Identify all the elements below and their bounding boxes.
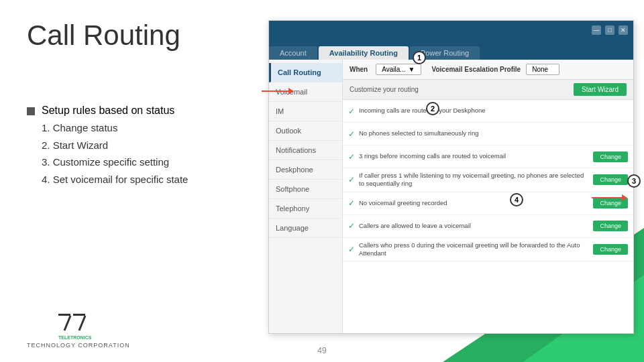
- annotation-4: 4: [510, 193, 523, 206]
- app-window: — □ ✕ Account Availability Routing Power…: [268, 20, 634, 334]
- table-row: ✓ Incoming calls are routed to your Desk…: [343, 100, 633, 123]
- close-button[interactable]: ✕: [619, 25, 628, 35]
- svg-line-1: [64, 316, 70, 330]
- list-item: 1. Change status: [42, 119, 188, 137]
- check-icon: ✓: [348, 221, 355, 231]
- sidebar-item-outlook[interactable]: Outlook: [269, 121, 342, 141]
- page-number: 49: [317, 346, 326, 355]
- change-button[interactable]: Change: [593, 221, 628, 231]
- list-item: 4. Set voicemail for specific state: [42, 171, 188, 188]
- tab-account[interactable]: Account: [269, 46, 317, 60]
- settings-table: ✓ Incoming calls are routed to your Desk…: [343, 100, 633, 261]
- table-row: ✓ 3 rings before incoming calls are rout…: [343, 145, 633, 168]
- customize-text: Customize your routing: [350, 86, 419, 93]
- check-icon: ✓: [348, 198, 355, 208]
- none-dropdown[interactable]: None: [526, 64, 559, 75]
- row-text: Callers who press 0 during the voicemail…: [359, 241, 588, 258]
- page-title: Call Routing: [27, 20, 255, 51]
- arrow-line: [592, 197, 622, 198]
- arrow-annotation-1: [262, 88, 294, 95]
- available-dropdown[interactable]: Availa... ▼: [376, 64, 421, 75]
- table-row: ✓ Callers are allowed to leave a voicema…: [343, 215, 633, 238]
- content-header: When Availa... ▼ Voicemail Escalation Pr…: [343, 60, 633, 80]
- number-badge-1: 1: [413, 51, 426, 64]
- tab-availability-routing[interactable]: Availability Routing: [319, 46, 409, 60]
- company-logo: TELETRONICS: [55, 307, 102, 341]
- chevron-down-icon: ▼: [409, 66, 415, 73]
- change-button[interactable]: Change: [593, 244, 628, 255]
- customize-bar: Customize your routing Start Wizard: [343, 80, 633, 100]
- when-label: When: [350, 66, 368, 73]
- arrow-line: [262, 90, 288, 92]
- available-value: Availa...: [382, 66, 405, 73]
- table-row: ✓ Callers who press 0 during the voicema…: [343, 238, 633, 262]
- row-text: If caller press 1 while listening to my …: [359, 172, 588, 188]
- check-icon: ✓: [348, 129, 355, 139]
- voicemail-profile-label: Voicemail Escalation Profile: [432, 66, 521, 73]
- svg-rect-2: [73, 314, 85, 316]
- bullet-item: Setup rules based on status 1. Change st…: [27, 105, 255, 188]
- table-row: ✓ If caller press 1 while listening to m…: [343, 168, 633, 192]
- app-body: Call Routing Voicemail IM Outlook Notifi…: [269, 60, 633, 333]
- sidebar-item-softphone[interactable]: Softphone: [269, 180, 342, 199]
- app-titlebar: — □ ✕: [269, 21, 633, 40]
- arrowhead: [622, 194, 627, 201]
- arrowhead: [288, 88, 294, 95]
- check-icon: ✓: [348, 107, 355, 116]
- sidebar-item-im[interactable]: IM: [269, 102, 342, 121]
- number-badge-2: 2: [426, 102, 439, 115]
- check-icon: ✓: [348, 175, 355, 184]
- check-icon: ✓: [348, 152, 355, 162]
- list-item: 3. Customize specific setting: [42, 154, 188, 171]
- bullet-square: [27, 107, 35, 115]
- number-badge-4: 4: [510, 193, 523, 206]
- app-sidebar: Call Routing Voicemail IM Outlook Notifi…: [269, 60, 343, 333]
- maximize-button[interactable]: □: [605, 25, 614, 35]
- left-content-panel: Call Routing Setup rules based on status…: [0, 0, 282, 362]
- logo-area: TELETRONICS TECHNOLOGY CORPORATION: [27, 307, 130, 349]
- titlebar-controls: — □ ✕: [592, 25, 628, 35]
- annotation-2: 2: [426, 102, 439, 115]
- row-text: 3 rings before incoming calls are routed…: [359, 152, 588, 160]
- row-text: Callers are allowed to leave a voicemail: [359, 222, 588, 230]
- change-button[interactable]: Change: [593, 152, 628, 162]
- svg-text:TELETRONICS: TELETRONICS: [58, 335, 92, 340]
- annotation-1: 1: [413, 51, 426, 64]
- table-row: ✓ No voicemail greeting recorded Change: [343, 192, 633, 215]
- svg-line-3: [79, 316, 85, 330]
- sidebar-item-notifications[interactable]: Notifications: [269, 141, 342, 160]
- app-tabs: Account Availability Routing Power Routi…: [269, 40, 633, 60]
- table-row: ✓ No phones selected to simultaneously r…: [343, 123, 633, 145]
- number-badge-3: 3: [627, 174, 641, 188]
- sidebar-item-telephony[interactable]: Telephony: [269, 199, 342, 219]
- bullet-text: Setup rules based on status 1. Change st…: [42, 105, 188, 188]
- arrow-annotation-3: [592, 194, 627, 201]
- svg-rect-0: [58, 314, 70, 316]
- row-text: No phones selected to simultaneously rin…: [359, 129, 628, 137]
- change-button[interactable]: Change: [593, 174, 628, 185]
- check-icon: ✓: [348, 245, 355, 254]
- row-text: No voicemail greeting recorded: [359, 199, 588, 207]
- sidebar-item-language[interactable]: Language: [269, 219, 342, 238]
- row-text: Incoming calls are routed to your Deskph…: [359, 107, 628, 115]
- start-wizard-button[interactable]: Start Wizard: [574, 83, 627, 96]
- bullet-heading: Setup rules based on status: [42, 105, 174, 116]
- app-main-content: When Availa... ▼ Voicemail Escalation Pr…: [343, 60, 633, 333]
- annotation-3: 3: [627, 174, 641, 188]
- logo-tagline: TECHNOLOGY CORPORATION: [27, 342, 130, 349]
- none-value: None: [532, 66, 548, 73]
- bullet-section: Setup rules based on status 1. Change st…: [27, 105, 255, 188]
- sidebar-item-call-routing[interactable]: Call Routing: [269, 63, 342, 82]
- list-item: 2. Start Wizard: [42, 137, 188, 154]
- sub-list: 1. Change status 2. Start Wizard 3. Cust…: [42, 119, 188, 188]
- minimize-button[interactable]: —: [592, 25, 601, 35]
- sidebar-item-deskphone[interactable]: Deskphone: [269, 160, 342, 180]
